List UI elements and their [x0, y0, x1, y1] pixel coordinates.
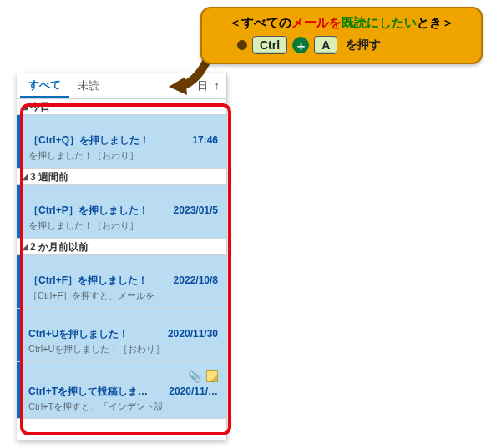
group-header-3weeks[interactable]: ◢ 3 週間前: [17, 169, 226, 185]
mail-item[interactable]: 📎 Ctrl+Tを押して投稿します！ 2020/11/… Ctrl+Tを押すと、…: [17, 362, 226, 419]
mail-preview: ［Ctrl+F］を押すと、メールを: [28, 289, 218, 302]
mail-preview: を押しました！［おわり］: [28, 149, 218, 162]
mail-date: 2023/01/5: [174, 204, 218, 216]
bullet-icon: [237, 40, 247, 50]
mail-subject: Ctrl+Tを押して投稿します！: [28, 385, 152, 399]
selected-indicator: [17, 309, 20, 361]
mail-item[interactable]: Ctrl+Uを押しました！ 2020/11/30 Ctrl+Uを押しました！［お…: [17, 309, 226, 362]
mail-subject: Ctrl+Uを押しました！: [28, 327, 129, 341]
mail-item[interactable]: ［Ctrl+F］を押しました！ 2022/10/8 ［Ctrl+F］を押すと、メ…: [17, 255, 226, 309]
attachment-icon: 📎: [188, 370, 201, 383]
mail-item[interactable]: ［Ctrl+P］を押しました！ 2023/01/5 を押しました！［おわり］: [17, 185, 226, 239]
chevron-down-icon: ◢: [22, 243, 28, 251]
mail-subject: ［Ctrl+F］を押しました！: [28, 274, 148, 288]
mail-date: 2020/11/30: [168, 328, 218, 340]
mail-preview: Ctrl+Tを押すと、「インデント設: [28, 400, 218, 413]
mail-date: 2022/10/8: [174, 274, 218, 286]
selected-indicator: [17, 185, 20, 238]
mail-subject: ［Ctrl+Q］を押しました！: [28, 133, 149, 148]
key-ctrl: Ctrl: [252, 36, 287, 54]
tab-unread[interactable]: 未読: [69, 75, 108, 97]
press-label: を押す: [346, 38, 381, 53]
mail-date: 17:46: [192, 134, 218, 146]
selected-indicator: [17, 255, 20, 308]
group-label: 3 週間前: [30, 170, 68, 184]
sort-direction-button[interactable]: ↑: [211, 78, 224, 93]
instruction-callout: ＜すべてのメールを既読にしたいとき＞ Ctrl ＋ A を押す: [200, 7, 483, 64]
mail-date: 2020/11/…: [169, 385, 218, 397]
chevron-down-icon: ◢: [22, 103, 28, 111]
mail-item[interactable]: ［Ctrl+Q］を押しました！ 17:46 を押しました！［おわり］: [17, 115, 226, 169]
mail-preview: を押しました！［おわり］: [28, 219, 218, 232]
mail-list: ◢ 今日 ［Ctrl+Q］を押しました！ 17:46 を押しました！［おわり］ …: [17, 98, 226, 440]
plus-icon: ＋: [292, 37, 309, 53]
mail-subject: ［Ctrl+P］を押しました！: [28, 204, 149, 218]
chevron-down-icon: ◢: [22, 173, 28, 181]
key-a: A: [314, 36, 337, 54]
mail-list-panel: すべて 未読 日 ↑ ◢ 今日 ［Ctrl+Q］を押しました！ 17:46 を押…: [17, 73, 227, 440]
mail-preview: Ctrl+Uを押しました！［おわり］: [28, 343, 218, 355]
note-icon: [206, 370, 218, 382]
selected-indicator: [17, 362, 20, 418]
group-header-2months[interactable]: ◢ 2 か月前以前: [17, 239, 226, 255]
callout-title: ＜すべてのメールを既読にしたいとき＞: [212, 15, 471, 31]
group-label: 2 か月前以前: [30, 240, 89, 254]
selected-indicator: [17, 115, 20, 168]
tab-all[interactable]: すべて: [20, 74, 69, 98]
group-header-today[interactable]: ◢ 今日: [17, 98, 226, 115]
tab-bar: すべて 未読 日 ↑: [17, 73, 226, 98]
group-label: 今日: [30, 100, 50, 114]
callout-keys-row: Ctrl ＋ A を押す: [212, 36, 471, 54]
mail-icons: 📎: [28, 370, 218, 383]
sort-by-button[interactable]: 日: [194, 77, 211, 95]
